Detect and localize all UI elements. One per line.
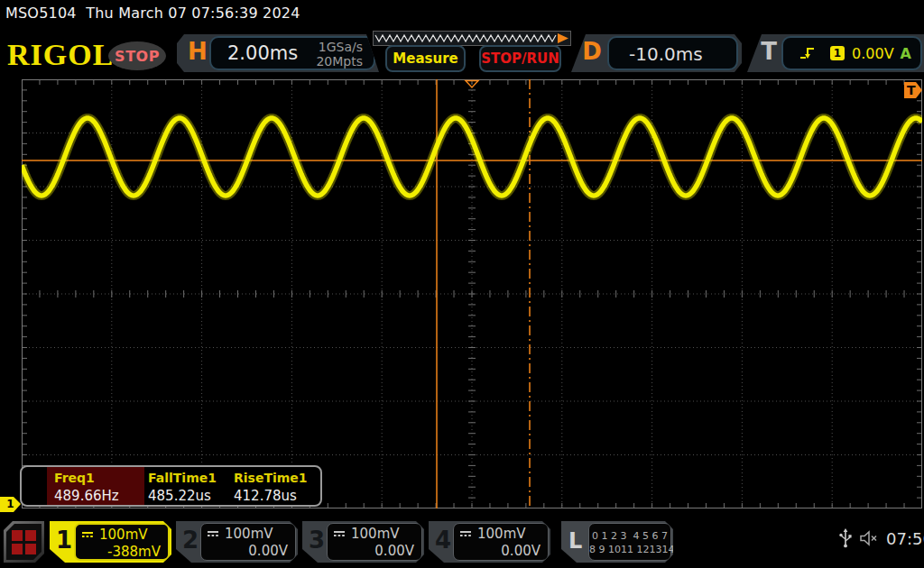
- waveform-display-area[interactable]: T: [22, 79, 922, 508]
- clock-label: 07:56: [886, 529, 924, 548]
- logic-analyzer-block[interactable]: L 0 1 2 3 4 5 6 78 9 1011 12131415: [561, 521, 673, 563]
- logic-channel-list: 0 1 2 3 4 5 6 78 9 1011 12131415: [588, 523, 671, 561]
- channel-settings: 100mV -388mV: [74, 523, 170, 561]
- datetime-label: Thu March 07 07:56:39 2024: [86, 5, 300, 22]
- logic-label: L: [568, 528, 582, 554]
- trigger-level-value: 0.00V: [852, 45, 894, 62]
- measurement-value: 489.66Hz: [54, 488, 144, 504]
- delay-box[interactable]: -10.0ms: [607, 36, 738, 70]
- run-state-badge: STOP: [108, 41, 166, 70]
- delay-label: D: [578, 38, 605, 65]
- memory-zigzag-icon: [374, 32, 570, 45]
- measurement-item[interactable]: Freq1 489.66Hz: [47, 467, 144, 505]
- channel-number: 4: [435, 527, 451, 554]
- trigger-settings-block[interactable]: T 1 0.00V A: [747, 34, 924, 72]
- measurement-label: FallTime1: [148, 471, 230, 485]
- sound-muted-icon[interactable]: [859, 530, 879, 546]
- dc-coupling-icon: [207, 529, 219, 538]
- measurement-item[interactable]: RiseTime1 412.78us: [230, 467, 320, 505]
- channel-scale: 100mV: [351, 526, 400, 542]
- trigger-box[interactable]: 1 0.00V A: [781, 36, 922, 70]
- channel-settings: 100mV 0.00V: [453, 523, 549, 561]
- channel-4-block[interactable]: 4 100mV 0.00V: [429, 521, 550, 563]
- channel-1-block[interactable]: 1 100mV -388mV: [50, 521, 171, 563]
- dc-coupling-icon: [333, 529, 346, 538]
- horizontal-settings-block[interactable]: H 2.00ms 1GSa/s20Mpts: [177, 34, 379, 72]
- channel-number: 3: [309, 527, 325, 554]
- measure-button[interactable]: Measure: [385, 45, 466, 72]
- dc-coupling-icon: [81, 530, 94, 539]
- oscilloscope-screen: MSO5104 Thu March 07 07:56:39 2024 RIGOL…: [0, 0, 924, 568]
- channel-number: 1: [56, 527, 72, 554]
- channel-3-block[interactable]: 3 100mV 0.00V: [302, 521, 424, 563]
- usb-icon: [839, 528, 852, 548]
- menu-grid-icon[interactable]: [4, 521, 44, 563]
- ch1-ground-marker[interactable]: 1: [0, 497, 21, 512]
- logic-row-1: 0 1 2 3 4 5 6 7: [592, 530, 668, 542]
- measurement-label: Freq1: [54, 471, 144, 485]
- svg-text:T: T: [907, 83, 916, 97]
- channel-offset: -388mV: [81, 544, 161, 560]
- channel-offset: 0.00V: [333, 543, 414, 559]
- samplerate-memdepth: 1GSa/s20Mpts: [316, 40, 363, 69]
- dc-coupling-icon: [459, 529, 472, 538]
- channel-scale: 100mV: [477, 526, 526, 542]
- measurement-value: 485.22us: [148, 488, 230, 504]
- trigger-source-badge: 1: [830, 46, 845, 60]
- channel-scale: 100mV: [225, 526, 273, 542]
- timebase-box[interactable]: 2.00ms 1GSa/s20Mpts: [209, 36, 375, 70]
- timebase-value: 2.00ms: [227, 42, 298, 64]
- channel-scale: 100mV: [99, 527, 148, 543]
- channel-offset: 0.00V: [207, 543, 288, 559]
- measurement-item[interactable]: FallTime1 485.22us: [144, 467, 230, 505]
- logic-row-2: 8 9 1011 12131415: [589, 544, 687, 555]
- channel-settings: 100mV 0.00V: [200, 523, 296, 561]
- trigger-mode-auto: A: [901, 45, 911, 62]
- trigger-falling-edge-icon: [799, 46, 816, 60]
- statusbar: MSO5104 Thu March 07 07:56:39 2024: [5, 5, 300, 22]
- memory-depth: 20Mpts: [316, 54, 363, 69]
- sample-rate: 1GSa/s: [319, 40, 363, 54]
- model-label: MSO5104: [5, 5, 77, 22]
- delay-value: -10.0ms: [629, 43, 703, 65]
- channel-2-block[interactable]: 2 100mV 0.00V: [176, 521, 298, 563]
- measurement-label: RiseTime1: [234, 471, 320, 485]
- measurement-value: 412.78us: [234, 488, 320, 504]
- system-tray: 07:56: [839, 528, 924, 548]
- rigol-logo: RIGOL: [7, 38, 114, 72]
- trigger-flag: T: [904, 82, 922, 98]
- stop-run-button[interactable]: STOP/RUN: [479, 45, 561, 72]
- channel-number: 2: [182, 527, 199, 554]
- channel-settings: 100mV 0.00V: [327, 523, 422, 561]
- channel-offset: 0.00V: [459, 543, 541, 559]
- trigger-label: T: [756, 38, 781, 65]
- horizontal-label: H: [184, 38, 211, 65]
- measurement-panel[interactable]: Freq1 489.66Hz FallTime1 485.22us RiseTi…: [20, 465, 322, 507]
- memory-waveform-overview[interactable]: [373, 31, 571, 46]
- delay-settings-block[interactable]: D -10.0ms: [571, 34, 742, 72]
